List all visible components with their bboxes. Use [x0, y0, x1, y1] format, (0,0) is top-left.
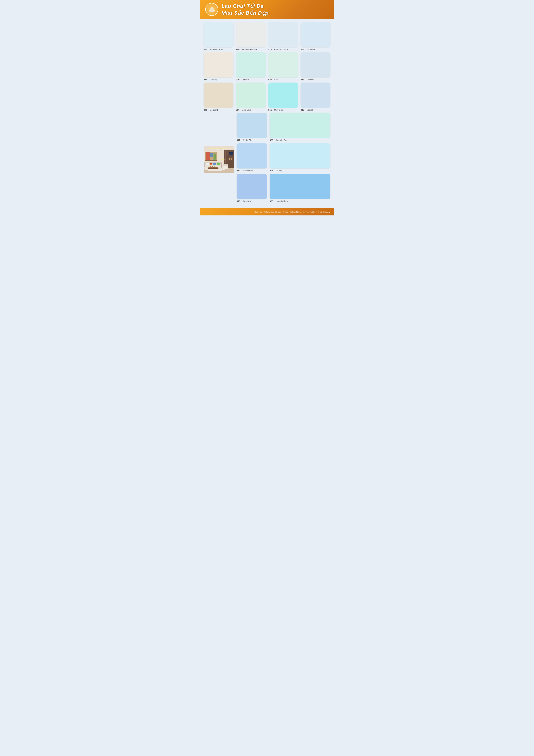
svg-point-5 — [210, 8, 214, 11]
color-label: 850Light Blue — [236, 109, 266, 111]
color-swatch — [268, 52, 298, 77]
header: Lau Chùi Tối Đa Màu Sắc Bền Đẹp — [200, 0, 334, 19]
color-name: Dusky Blue — [242, 139, 253, 141]
color-code: 848 — [237, 200, 241, 202]
color-item: 847Dusky Blue — [237, 113, 267, 141]
color-swatch — [237, 143, 267, 169]
color-label: 852Ice Snow — [301, 48, 330, 51]
color-code: 852 — [301, 48, 305, 51]
color-label: 811Tailwind — [301, 78, 330, 81]
color-name: Mist Blue — [274, 109, 283, 111]
color-label: 851Mist Blue — [268, 109, 298, 111]
color-label: 806Lovebird Blue — [269, 200, 330, 202]
color-name: Tailwind — [306, 78, 314, 81]
color-code: 849 — [236, 48, 241, 51]
color-item: 850Light Blue — [236, 83, 266, 111]
hand-wipe-icon — [208, 5, 216, 14]
svg-rect-21 — [229, 158, 230, 160]
color-swatch — [237, 174, 267, 199]
main-content: 846Sensitive Blue849Seventh Heaven810Ete… — [200, 19, 334, 208]
header-line2: Màu Sắc Bền Đẹp — [221, 10, 268, 16]
svg-rect-26 — [206, 152, 210, 160]
room-image-column — [204, 113, 234, 206]
color-code: 850 — [236, 109, 241, 111]
color-code: 805 — [269, 170, 274, 172]
color-label: 818Pacific Blue — [237, 170, 267, 172]
color-swatch — [204, 52, 233, 77]
color-swatch — [236, 22, 266, 47]
color-code: 810 — [268, 48, 273, 51]
color-name: Pacific Blue — [242, 170, 254, 172]
color-swatch — [237, 113, 267, 138]
color-swatch — [301, 22, 330, 47]
color-code: 829 — [236, 78, 241, 81]
color-swatch — [236, 83, 266, 108]
svg-rect-16 — [227, 151, 228, 155]
color-name: Seventh Heaven — [242, 48, 257, 51]
color-item: 837Airy — [268, 52, 298, 81]
color-name: Blue Chiffon — [275, 139, 287, 141]
color-label: 846Sensitive Blue — [204, 48, 233, 51]
color-name: Mistral — [306, 109, 313, 111]
color-label: 810Eternal Dream — [268, 48, 298, 51]
color-item: 805Tracey — [269, 143, 330, 172]
color-name: Blue Sky — [242, 200, 251, 202]
footer: * Các màu trên bảng màu này gần với màu … — [200, 208, 334, 215]
color-swatch — [269, 174, 330, 199]
color-label: 829Eskimo — [236, 78, 266, 81]
svg-point-48 — [221, 159, 224, 160]
color-label: 828Blue Chiffon — [269, 139, 330, 141]
color-code: 841 — [204, 109, 209, 111]
color-label: 847Dusky Blue — [237, 139, 267, 141]
svg-point-9 — [211, 149, 211, 150]
svg-rect-35 — [206, 163, 209, 165]
color-grid-row1: 846Sensitive Blue849Seventh Heaven810Ete… — [204, 22, 330, 51]
svg-rect-22 — [231, 158, 232, 160]
color-item: 811Tailwind — [301, 52, 330, 81]
color-swatch — [301, 83, 330, 108]
svg-rect-41 — [209, 167, 218, 168]
color-item: 852Ice Snow — [301, 22, 330, 51]
color-name: Airy — [274, 78, 278, 81]
svg-point-11 — [223, 149, 224, 150]
color-item: 829Eskimo — [236, 52, 266, 81]
color-label: 805Tracey — [269, 170, 330, 172]
svg-rect-27 — [210, 153, 213, 157]
color-code: 811 — [301, 78, 305, 81]
color-name: Eloquent — [210, 109, 218, 111]
color-name: Serenity — [210, 78, 217, 81]
color-swatch — [268, 83, 298, 108]
room-image — [204, 113, 234, 206]
svg-rect-8 — [208, 148, 230, 149]
svg-rect-33 — [204, 163, 205, 167]
color-item: 810Eternal Dream — [268, 22, 298, 51]
color-name: Tracey — [275, 170, 282, 172]
color-grid-row2: 814Serenity829Eskimo837Airy811Tailwind — [204, 52, 330, 81]
color-swatch — [269, 113, 330, 138]
header-title: Lau Chùi Tối Đa Màu Sắc Bền Đẹp — [221, 3, 268, 16]
svg-rect-20 — [229, 152, 233, 155]
color-label: 841Eloquent — [204, 109, 233, 111]
color-label: 837Airy — [268, 78, 298, 81]
svg-rect-13 — [225, 150, 226, 156]
header-line1: Lau Chùi Tối Đa — [221, 3, 268, 9]
color-name: Lovebird Blue — [275, 200, 289, 202]
color-item: 848Blue Sky — [237, 174, 267, 202]
color-label: 848Blue Sky — [237, 200, 267, 202]
color-name: Sensitive Blue — [210, 48, 223, 51]
color-item: 846Sensitive Blue — [204, 22, 233, 51]
svg-rect-14 — [225, 157, 226, 163]
color-swatch — [269, 143, 330, 169]
mid-column: 828Blue Chiffon805Tracey806Lovebird Blue — [269, 113, 330, 202]
color-name: Eternal Dream — [274, 48, 288, 51]
color-item: 812Mistral — [301, 83, 330, 111]
svg-rect-28 — [213, 153, 216, 160]
color-label: 814Serenity — [204, 78, 233, 81]
svg-rect-44 — [214, 166, 215, 167]
color-code: 837 — [268, 78, 273, 81]
color-code: 847 — [237, 139, 241, 141]
color-swatch — [236, 52, 266, 77]
color-label: 849Seventh Heaven — [236, 48, 266, 51]
color-name: Eskimo — [242, 78, 249, 81]
color-item: 818Pacific Blue — [237, 143, 267, 172]
